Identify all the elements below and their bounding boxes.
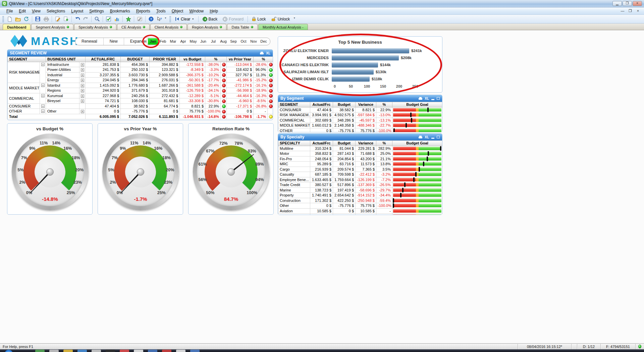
- pct-cell[interactable]: -22.7%: [376, 123, 392, 128]
- toolbar-reload-partial-icon[interactable]: [22, 15, 30, 23]
- column-header[interactable]: SEGMENT: [278, 102, 310, 107]
- pct-cell[interactable]: -7.2%: [376, 177, 392, 182]
- actual-cell[interactable]: 0 $: [310, 128, 333, 132]
- name-cell[interactable]: MIDDLE MARKET: [278, 123, 310, 128]
- bar[interactable]: [332, 77, 370, 82]
- expand-icon[interactable]: +: [81, 74, 84, 77]
- vs-prior-cell[interactable]: -41.986 $: [227, 78, 254, 83]
- pct-cell[interactable]: 25.0%: [376, 151, 392, 157]
- menu-edit[interactable]: Edit: [16, 8, 29, 14]
- pct-cell[interactable]: -100.0%: [376, 203, 392, 209]
- vs-budget-cell[interactable]: -12.289 $: [180, 93, 205, 98]
- pct-cell[interactable]: 21.1%: [376, 156, 392, 162]
- prior-year-cell[interactable]: 1.687.266 $: [150, 83, 180, 88]
- taskbar-app-icon[interactable]: [134, 350, 143, 352]
- name-cell[interactable]: OTHER: [278, 128, 310, 132]
- maximize-object-icon[interactable]: [437, 136, 440, 138]
- menu-tools[interactable]: Tools: [153, 8, 169, 14]
- vs-prior-cell[interactable]: -272.174 $: [227, 83, 254, 88]
- name-cell[interactable]: Property: [278, 193, 310, 198]
- vs-budget-cell[interactable]: -361.588 $: [180, 83, 205, 88]
- tab-client-analysis[interactable]: Client Analysis: [150, 24, 187, 30]
- tab-segment-analysis[interactable]: Segment Analysis: [31, 24, 73, 30]
- column-header[interactable]: Actual/Frc: [310, 141, 333, 146]
- vs-budget-cell[interactable]: -172.558 $: [180, 62, 205, 67]
- collapse-icon[interactable]: −: [41, 104, 45, 108]
- pct-cell[interactable]: -59.4%: [376, 198, 392, 203]
- back-button[interactable]: Back: [200, 16, 220, 22]
- vs-budget-pct-cell[interactable]: -100.0%: [205, 109, 221, 114]
- pct-cell[interactable]: -26.5%: [376, 182, 392, 188]
- variance-cell[interactable]: -488.346 $: [356, 123, 376, 128]
- taskbar-app-icon[interactable]: [63, 350, 73, 352]
- variance-cell[interactable]: -137.369 $: [356, 182, 376, 188]
- budget-cell[interactable]: 2.148.358 $: [333, 123, 356, 128]
- business-unit-cell[interactable]: Regions: [46, 88, 79, 93]
- pct-cell[interactable]: 282.9%: [376, 146, 392, 151]
- budget-cell[interactable]: 240.256 $: [121, 93, 150, 98]
- pct-cell[interactable]: -13.1%: [376, 118, 392, 123]
- budget-cell[interactable]: -75.776 $: [333, 203, 356, 209]
- variance-cell[interactable]: -250.948 $: [356, 198, 376, 203]
- prior-year-cell[interactable]: 301.918 $: [150, 88, 180, 93]
- actual-cell[interactable]: 3.237.355 $: [86, 72, 121, 78]
- menu-window[interactable]: Window: [186, 8, 207, 14]
- business-unit-cell[interactable]: Other: [46, 109, 79, 114]
- taskbar-app-icon[interactable]: [77, 350, 87, 352]
- pct-cell[interactable]: -: [376, 214, 392, 215]
- name-cell[interactable]: Employee Bene...: [278, 177, 310, 182]
- month-button-aug[interactable]: Aug: [218, 38, 228, 45]
- variance-cell[interactable]: -914.152 $: [356, 193, 376, 198]
- menu-reports[interactable]: Reports: [133, 8, 153, 14]
- toolbar-annotate-icon[interactable]: [136, 15, 144, 23]
- menu-view[interactable]: View: [29, 8, 44, 14]
- vs-budget-pct-cell[interactable]: -17.7%: [205, 78, 221, 83]
- bar-category-label[interactable]: CANAKCI HES ELEKTRIK: [281, 63, 332, 67]
- forward-button[interactable]: Forward: [220, 16, 246, 22]
- budget-cell[interactable]: 517.896 $: [333, 182, 356, 188]
- name-cell[interactable]: RISK MANAGEM...: [278, 113, 310, 118]
- vs-budget-pct-cell[interactable]: -5.1%: [205, 93, 221, 98]
- by-specialty-caption[interactable]: By Specialty XL: [278, 134, 442, 140]
- minimize-button[interactable]: ▁: [612, 1, 622, 6]
- business-unit-cell[interactable]: Bireysel: [46, 98, 79, 104]
- column-header[interactable]: SPECIALTY: [278, 141, 310, 146]
- expand-icon[interactable]: +: [81, 94, 84, 98]
- segment-cell[interactable]: COMMERCIAL: [8, 93, 40, 103]
- bar[interactable]: [332, 48, 409, 53]
- name-cell[interactable]: MRC: [278, 162, 310, 167]
- maximize-button[interactable]: ❐: [623, 1, 632, 6]
- expand-icon[interactable]: +: [81, 89, 84, 92]
- prior-year-cell[interactable]: 2.909.588 $: [150, 72, 180, 78]
- collapse-icon[interactable]: −: [41, 94, 45, 97]
- budget-cell[interactable]: 83.716 $: [333, 162, 356, 167]
- budget-cell[interactable]: 371.679 $: [121, 88, 150, 93]
- column-header[interactable]: Variance: [356, 102, 376, 107]
- pct-cell[interactable]: -13.0%: [376, 113, 392, 118]
- toolbar-overflow-icon-2[interactable]: ▼: [293, 17, 297, 21]
- vs-prior-pct-cell[interactable]: 96.0%: [254, 67, 268, 73]
- collapse-icon[interactable]: −: [41, 63, 45, 66]
- tab-ce-analysis[interactable]: CE Analysis: [117, 24, 150, 30]
- vs-prior-pct-cell[interactable]: -18.9%: [254, 88, 268, 93]
- month-button-oct[interactable]: Oct: [238, 38, 249, 45]
- minimize-object-icon[interactable]: [431, 99, 434, 100]
- bar[interactable]: [332, 70, 374, 75]
- close-button[interactable]: ×: [633, 1, 642, 6]
- pct-cell[interactable]: -29.7%: [376, 187, 392, 193]
- toolbar-new-file-icon[interactable]: [6, 15, 13, 23]
- actual-cell[interactable]: 47.404 $: [310, 107, 333, 113]
- by-segment-caption[interactable]: By Segment XL: [278, 95, 442, 102]
- actual-cell[interactable]: 0 $: [310, 203, 333, 209]
- start-button[interactable]: [5, 350, 13, 352]
- taskbar-app-icon[interactable]: [162, 350, 171, 352]
- name-cell[interactable]: Construction: [278, 198, 310, 203]
- vs-budget-cell[interactable]: 75.776 $: [180, 109, 205, 114]
- name-cell[interactable]: Casualty: [278, 172, 310, 177]
- actual-cell[interactable]: 95.289 $: [310, 162, 333, 167]
- toolbar-help-icon[interactable]: ?: [147, 15, 155, 23]
- actual-cell[interactable]: 13.379 $: [310, 214, 333, 215]
- name-cell[interactable]: Cargo: [278, 167, 310, 172]
- vs-budget-cell[interactable]: 8.821 $: [180, 103, 205, 109]
- budget-cell[interactable]: 348.286 $: [333, 118, 356, 123]
